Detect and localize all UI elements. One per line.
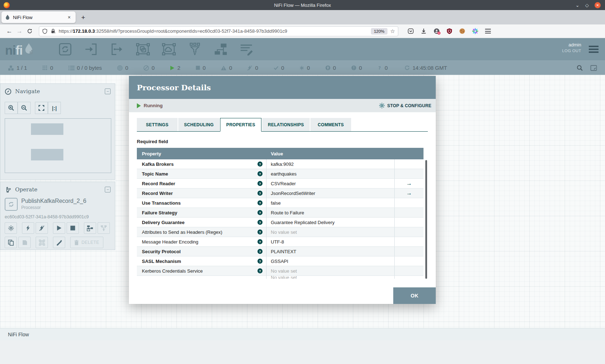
paste-button[interactable] xyxy=(18,237,31,248)
stop-and-configure-button[interactable]: STOP & CONFIGURE xyxy=(379,103,431,109)
window-close-icon[interactable]: ✕ xyxy=(595,2,601,8)
stop-button[interactable] xyxy=(67,222,79,234)
property-row: Kerberos Credentials Service?No value se… xyxy=(137,266,424,276)
input-port-component-button[interactable] xyxy=(83,42,99,56)
remote-process-group-component-button[interactable] xyxy=(161,42,177,56)
enable-button[interactable] xyxy=(22,222,34,234)
color-button[interactable] xyxy=(53,237,65,248)
help-icon[interactable]: ? xyxy=(257,171,263,176)
output-port-component-button[interactable] xyxy=(109,42,125,56)
trash-icon xyxy=(74,240,79,245)
invalid-count: 0 xyxy=(229,65,232,71)
locally-modified-stale-icon xyxy=(351,65,357,70)
go-to-service-icon[interactable]: → xyxy=(406,190,412,196)
group-button[interactable] xyxy=(36,237,48,248)
help-icon[interactable]: ? xyxy=(257,210,263,215)
funnel-component-button[interactable] xyxy=(187,42,203,56)
browser-menu-icon[interactable] xyxy=(485,29,491,33)
disable-button[interactable] xyxy=(36,222,48,234)
account-extension-icon[interactable] xyxy=(434,28,440,34)
help-icon[interactable]: ? xyxy=(257,229,263,235)
zoom-fit-button[interactable] xyxy=(35,102,48,114)
help-icon[interactable]: ? xyxy=(257,249,263,254)
status-cluster: 1 / 1 xyxy=(8,65,27,71)
pocket-icon[interactable] xyxy=(408,28,414,34)
property-name: Topic Name xyxy=(142,171,168,177)
zoom-in-button[interactable] xyxy=(5,102,18,114)
copy-button[interactable] xyxy=(5,237,17,248)
help-icon[interactable]: ? xyxy=(257,220,263,225)
tab-close-icon[interactable]: × xyxy=(66,14,73,21)
delete-button[interactable]: DELETE xyxy=(70,237,103,248)
table-scrollbar[interactable] xyxy=(425,160,427,279)
property-value: Guarantee Replicated Delivery xyxy=(271,220,335,225)
forward-button[interactable]: → xyxy=(14,26,24,36)
refresh-icon[interactable] xyxy=(404,65,410,70)
process-group-component-button[interactable] xyxy=(135,42,151,56)
dialog-tabs: SETTINGSSCHEDULINGPROPERTIESRELATIONSHIP… xyxy=(137,118,428,132)
tab-comments[interactable]: COMMENTS xyxy=(310,118,351,131)
help-icon[interactable]: ? xyxy=(257,239,263,244)
bookmark-star-icon[interactable]: ☆ xyxy=(390,28,395,35)
property-value: GSSAPI xyxy=(271,259,288,264)
birdseye-minimap[interactable] xyxy=(5,118,111,173)
downloads-icon[interactable] xyxy=(421,28,427,34)
help-icon[interactable]: ? xyxy=(257,200,263,205)
url-bar[interactable]: https://172.18.0.3:32558/nifi/?processGr… xyxy=(39,26,398,36)
tab-title: NiFi Flow xyxy=(13,15,66,20)
breadcrumb-root-link[interactable]: NiFi Flow xyxy=(8,332,29,337)
tab-properties[interactable]: PROPERTIES xyxy=(220,118,261,132)
connection-lock-icon[interactable] xyxy=(50,28,56,34)
zoom-out-button[interactable] xyxy=(18,102,31,114)
help-icon[interactable]: ? xyxy=(257,268,263,273)
property-row: Record Writer?JsonRecordSetWriter→ xyxy=(137,188,424,198)
back-button[interactable]: ← xyxy=(4,26,14,36)
zoom-level-badge[interactable]: 120% xyxy=(371,28,387,35)
create-template-button[interactable] xyxy=(84,222,96,234)
go-to-service-icon[interactable]: → xyxy=(406,180,412,187)
property-value: No value set xyxy=(271,276,297,279)
flow-settings-icon[interactable] xyxy=(590,65,597,71)
help-icon[interactable]: ? xyxy=(257,161,263,167)
nifi-drop-icon xyxy=(23,43,34,56)
search-icon[interactable] xyxy=(577,65,583,71)
new-tab-button[interactable]: + xyxy=(79,13,88,22)
ok-button[interactable]: OK xyxy=(393,287,436,304)
tracking-shield-icon[interactable] xyxy=(42,28,48,34)
browser-tab-nifi-flow[interactable]: NiFi Flow × xyxy=(1,12,76,23)
reload-button[interactable] xyxy=(24,26,35,36)
status-disabled: 0 xyxy=(247,65,258,71)
window-minimize-icon[interactable]: ⌄ xyxy=(575,3,579,8)
property-row: Security Protocol?PLAINTEXT xyxy=(137,247,424,256)
disabled-count: 0 xyxy=(255,65,258,71)
help-icon[interactable]: ? xyxy=(257,181,263,186)
processor-component-button[interactable] xyxy=(57,42,73,56)
tab-settings[interactable]: SETTINGS xyxy=(137,118,178,131)
url-text[interactable]: https://172.18.0.3:32558/nifi/?processGr… xyxy=(59,28,371,34)
property-column-header: Property xyxy=(137,151,266,156)
transmitting-icon xyxy=(117,65,123,71)
window-maximize-icon[interactable]: ◇ xyxy=(585,3,589,8)
ublock-icon[interactable] xyxy=(447,28,452,34)
upload-template-button[interactable] xyxy=(98,222,110,234)
logout-link[interactable]: LOG OUT xyxy=(562,49,581,53)
configure-button[interactable] xyxy=(5,222,17,234)
navigate-collapse-icon[interactable]: − xyxy=(105,88,111,94)
start-button[interactable] xyxy=(53,222,65,234)
required-field-note: Required field xyxy=(137,139,428,144)
sparkle-extension-icon[interactable] xyxy=(472,28,478,34)
help-icon[interactable]: ? xyxy=(257,259,263,264)
zoom-actual-size-button[interactable]: |:| xyxy=(48,102,61,114)
cookie-extension-icon[interactable] xyxy=(459,28,465,34)
template-component-button[interactable] xyxy=(212,42,229,56)
properties-table-header: Property Value xyxy=(137,148,424,159)
operate-collapse-icon[interactable]: − xyxy=(105,187,111,192)
property-row: Topic Name?earthquakes xyxy=(137,169,424,179)
nifi-global-menu-icon[interactable] xyxy=(589,46,599,53)
label-component-button[interactable] xyxy=(238,42,255,56)
selected-component-id: ec60cd03-52f7-341a-8458-97b3dd9901c9 xyxy=(5,214,115,219)
tab-scheduling[interactable]: SCHEDULING xyxy=(178,118,219,131)
help-icon[interactable]: ? xyxy=(257,191,263,196)
nifi-favicon xyxy=(5,14,10,20)
tab-relationships[interactable]: RELATIONSHIPS xyxy=(262,118,310,131)
